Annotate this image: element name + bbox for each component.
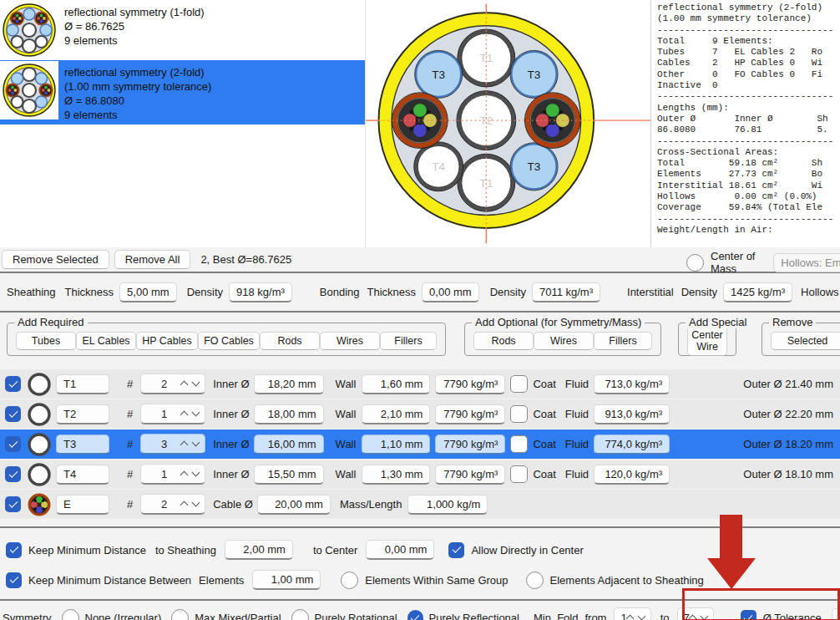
bonding-thickness-input[interactable]: 0,00 mm [422, 282, 479, 302]
symmetry-none-label: None (Irregular) [85, 612, 162, 620]
spinner-up-icon[interactable] [180, 440, 189, 449]
fluid-density-input[interactable]: 913,0 kg/m³ [594, 404, 670, 424]
fluid-density-input[interactable]: 120,0 kg/m³ [594, 465, 670, 485]
spinner-down-icon[interactable] [192, 499, 200, 507]
inner-diameter-input[interactable]: 15,50 mm [254, 465, 324, 485]
mass-length-input[interactable]: 1,000 kg/m [407, 495, 488, 515]
sheathing-density-input[interactable]: 918 kg/m³ [229, 282, 292, 302]
add-hp-cables-button[interactable]: HP Cables [136, 332, 198, 350]
interstitial-density-input[interactable]: 1425 kg/m³ [723, 282, 792, 302]
symmetry-mixed-radio[interactable] [171, 609, 189, 620]
solution-item-1fold[interactable]: reflectional symmetry (1-fold) Ø = 86.76… [0, 0, 365, 60]
element-row-t3[interactable]: T3 # 3 Inner Ø 16,00 mm Wall 1,10 mm 779… [0, 429, 840, 459]
spinner-down-icon[interactable] [637, 612, 645, 620]
add-center-wire-button[interactable]: Center Wire [687, 326, 727, 356]
spinner-up-icon[interactable] [180, 470, 189, 479]
allow-directly-in-center-checkbox[interactable] [448, 542, 464, 558]
wall-input[interactable]: 1,30 mm [362, 465, 430, 485]
to-sheathing-input[interactable]: 2,00 mm [225, 540, 293, 560]
symmetry-label: Symmetry [3, 612, 52, 620]
coat-checkbox[interactable] [510, 405, 528, 423]
add-optional-wires-button[interactable]: Wires [534, 332, 594, 350]
coat-checkbox[interactable] [510, 465, 528, 483]
diameter-tolerance-checkbox[interactable] [741, 610, 757, 620]
element-row-t1[interactable]: T1 # 2 Inner Ø 18,20 mm Wall 1,60 mm 779… [0, 369, 840, 399]
add-optional-rods-button[interactable]: Rods [473, 332, 534, 350]
count-spinner[interactable]: 3 [140, 434, 205, 455]
element-enabled-checkbox[interactable] [5, 466, 21, 482]
add-rods-button[interactable]: Rods [260, 332, 320, 350]
spinner-up-icon[interactable] [180, 501, 189, 509]
element-enabled-checkbox[interactable] [5, 436, 21, 452]
symmetry-rotational-label: Purely Rotational [315, 612, 397, 620]
density-input[interactable]: 7790 kg/m³ [435, 404, 505, 424]
spinner-up-icon[interactable] [625, 614, 634, 620]
wall-input[interactable]: 1,10 mm [362, 435, 430, 455]
bonding-density-input[interactable]: 7011 kg/m³ [532, 282, 600, 302]
add-fo-cables-button[interactable]: FO Cables [198, 332, 260, 350]
symmetry-reflectional-radio[interactable] [407, 610, 423, 620]
fluid-density-input[interactable]: 713,0 kg/m³ [594, 374, 670, 394]
count-spinner[interactable]: 1 [140, 464, 205, 485]
element-name-input[interactable]: T2 [56, 404, 109, 424]
add-optional-fillers-button[interactable]: Fillers [594, 332, 652, 350]
spinner-up-icon[interactable] [180, 380, 189, 389]
element-name-input[interactable]: E [56, 495, 109, 515]
add-tubes-button[interactable]: Tubes [16, 332, 76, 350]
element-name-input[interactable]: T3 [56, 435, 109, 455]
diameter-tolerance-input[interactable]: 1,0 mm [832, 608, 840, 620]
wall-input[interactable]: 1,60 mm [362, 374, 430, 394]
fold-from-spinner[interactable]: 1 [614, 607, 650, 620]
element-name-input[interactable]: T1 [56, 374, 109, 394]
inner-diameter-input[interactable]: 18,00 mm [254, 404, 324, 424]
remove-selected-elements-button[interactable]: Selected [771, 332, 840, 350]
to-center-input[interactable]: 0,00 mm [366, 540, 434, 560]
hollows-mode-dropdown[interactable]: Hollows: Em [773, 253, 840, 272]
center-of-mass-checkbox[interactable] [686, 254, 704, 272]
elements-adjacent-to-sheathing-checkbox[interactable] [526, 572, 544, 589]
spinner-down-icon[interactable] [192, 409, 200, 417]
element-enabled-checkbox[interactable] [5, 496, 21, 512]
element-name-input[interactable]: T4 [56, 465, 109, 485]
spinner-down-icon[interactable] [192, 379, 200, 387]
spinner-down-icon[interactable] [192, 439, 200, 447]
remove-all-button[interactable]: Remove All [114, 250, 191, 269]
symmetry-rotational-radio[interactable] [291, 609, 309, 620]
element-enabled-checkbox[interactable] [5, 406, 21, 422]
density-input[interactable]: 7790 kg/m³ [435, 374, 505, 394]
element-row-t2[interactable]: T2 # 1 Inner Ø 18,00 mm Wall 2,10 mm 779… [0, 399, 840, 429]
element-row-t4[interactable]: T4 # 1 Inner Ø 15,50 mm Wall 1,30 mm 779… [0, 460, 840, 489]
element-enabled-checkbox[interactable] [5, 376, 21, 392]
count-spinner[interactable]: 2 [140, 374, 205, 394]
fold-to-spinner[interactable]: 7 [677, 607, 714, 620]
spinner-down-icon[interactable] [700, 612, 708, 620]
keep-min-distance-checkbox[interactable] [6, 542, 22, 558]
add-wires-button[interactable]: Wires [320, 332, 380, 350]
fluid-density-input[interactable]: 774,0 kg/m³ [594, 435, 670, 455]
inner-diameter-input[interactable]: 18,20 mm [254, 374, 324, 394]
sheathing-density-label: Density [187, 286, 223, 298]
coat-checkbox[interactable] [510, 435, 528, 453]
count-spinner[interactable]: 1 [140, 404, 205, 424]
density-input[interactable]: 7790 kg/m³ [435, 465, 505, 485]
density-input[interactable]: 7790 kg/m³ [435, 435, 505, 455]
sheathing-thickness-input[interactable]: 5,00 mm [119, 282, 177, 302]
elements-within-same-group-checkbox[interactable] [341, 572, 358, 589]
wall-input[interactable]: 2,10 mm [362, 404, 430, 424]
inner-diameter-input[interactable]: 16,00 mm [254, 435, 324, 455]
solution-item-2fold[interactable]: reflectional symmetry (2-fold) (1.00 mm … [0, 60, 365, 125]
spinner-down-icon[interactable] [192, 469, 200, 477]
to-center-label: to Center [313, 544, 357, 556]
add-fillers-button[interactable]: Fillers [380, 332, 437, 350]
coat-checkbox[interactable] [510, 375, 528, 393]
spinner-up-icon[interactable] [180, 410, 189, 419]
elements-distance-input[interactable]: 1,00 mm [252, 570, 321, 590]
keep-min-distance-between-checkbox[interactable] [6, 572, 22, 588]
spinner-up-icon[interactable] [688, 614, 696, 620]
count-spinner[interactable]: 2 [140, 494, 205, 515]
cable-diameter-input[interactable]: 20,00 mm [257, 495, 331, 515]
symmetry-none-radio[interactable] [62, 609, 79, 620]
add-el-cables-button[interactable]: EL Cables [76, 332, 136, 350]
element-row-e[interactable]: E # 2 Cable Ø 20,00 mm Mass/Length 1,000… [0, 490, 840, 519]
remove-selected-button[interactable]: Remove Selected [2, 250, 109, 269]
